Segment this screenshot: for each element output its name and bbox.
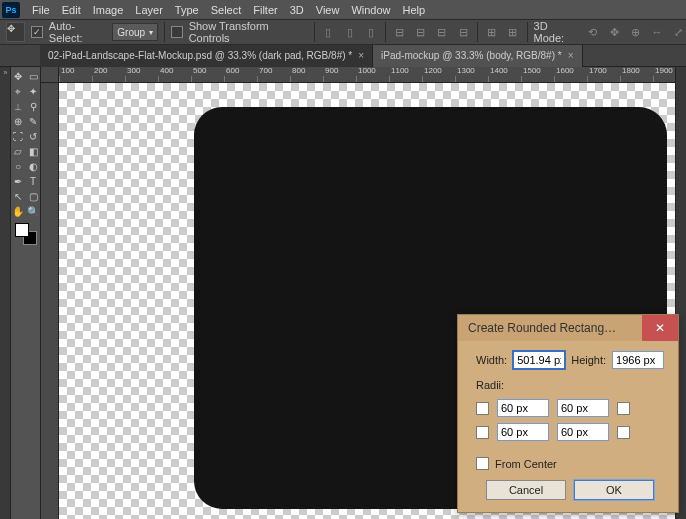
- pen-tool-icon[interactable]: ✒: [11, 175, 25, 189]
- menu-image[interactable]: Image: [87, 2, 130, 18]
- toolbox: ✥▭ ⌖✦ ⟂⚲ ⊕✎ ⛶↺ ▱◧ ○◐ ✒T ↖▢ ✋🔍: [11, 67, 41, 519]
- move-tool-icon[interactable]: ✥: [11, 70, 25, 84]
- history-brush-icon[interactable]: ↺: [26, 130, 40, 144]
- ruler-tick: 600: [224, 76, 257, 82]
- 3d-orbit-icon[interactable]: ⟲: [585, 24, 600, 40]
- move-tool-icon[interactable]: ✥: [6, 22, 25, 42]
- dodge-tool-icon[interactable]: ◐: [26, 160, 40, 174]
- radius-bl-input[interactable]: [497, 423, 549, 441]
- radius-tr-checkbox[interactable]: [617, 402, 630, 415]
- 3d-roll-icon[interactable]: ✥: [607, 24, 622, 40]
- menu-type[interactable]: Type: [169, 2, 205, 18]
- close-icon[interactable]: ✕: [642, 315, 678, 341]
- menu-edit[interactable]: Edit: [56, 2, 87, 18]
- height-input[interactable]: [612, 351, 664, 369]
- menu-filter[interactable]: Filter: [247, 2, 283, 18]
- dialog-titlebar[interactable]: Create Rounded Rectang… ✕: [458, 315, 678, 341]
- document-tab[interactable]: 02-iPad-Landscape-Flat-Mockup.psd @ 33.3…: [40, 45, 373, 67]
- wand-tool-icon[interactable]: ✦: [26, 85, 40, 99]
- align-icon[interactable]: ▯: [321, 24, 336, 40]
- hand-tool-icon[interactable]: ✋: [11, 205, 25, 219]
- from-center-checkbox[interactable]: [476, 457, 489, 470]
- zoom-tool-icon[interactable]: 🔍: [26, 205, 40, 219]
- ruler-tick: 1200: [422, 76, 455, 82]
- stamp-tool-icon[interactable]: ⛶: [11, 130, 25, 144]
- align-icon[interactable]: ▯: [342, 24, 357, 40]
- ruler-tick: 500: [191, 76, 224, 82]
- radius-tl-input[interactable]: [497, 399, 549, 417]
- menu-view[interactable]: View: [310, 2, 346, 18]
- ruler-corner: [41, 67, 59, 83]
- 3d-scale-icon[interactable]: ⤢: [671, 24, 686, 40]
- radius-br-checkbox[interactable]: [617, 426, 630, 439]
- ruler-tick: 1600: [554, 76, 587, 82]
- width-input[interactable]: [513, 351, 565, 369]
- eraser-tool-icon[interactable]: ▱: [11, 145, 25, 159]
- blur-tool-icon[interactable]: ○: [11, 160, 25, 174]
- app-logo: Ps: [2, 2, 20, 18]
- menu-layer[interactable]: Layer: [129, 2, 169, 18]
- eyedropper-tool-icon[interactable]: ⚲: [26, 100, 40, 114]
- distribute-icon[interactable]: ⊟: [456, 24, 471, 40]
- document-tabs: 02-iPad-Landscape-Flat-Mockup.psd @ 33.3…: [0, 45, 686, 67]
- radius-tl-checkbox[interactable]: [476, 402, 489, 415]
- menu-window[interactable]: Window: [345, 2, 396, 18]
- distribute-icon[interactable]: ⊟: [413, 24, 428, 40]
- distribute-icon[interactable]: ⊞: [484, 24, 499, 40]
- auto-select-checkbox[interactable]: ✓: [31, 26, 43, 38]
- ruler-tick: 700: [257, 76, 290, 82]
- ruler-tick: 300: [125, 76, 158, 82]
- ruler-tick: 1800: [620, 76, 653, 82]
- ruler-tick: 1100: [389, 76, 422, 82]
- from-center-label: From Center: [495, 458, 557, 470]
- options-divider: [164, 22, 165, 42]
- shape-tool-icon[interactable]: ▢: [26, 190, 40, 204]
- options-divider: [314, 22, 315, 42]
- tab-label: 02-iPad-Landscape-Flat-Mockup.psd @ 33.3…: [48, 50, 352, 61]
- heal-tool-icon[interactable]: ⊕: [11, 115, 25, 129]
- cancel-button[interactable]: Cancel: [486, 480, 566, 500]
- 3d-pan-icon[interactable]: ⊕: [628, 24, 643, 40]
- ruler-tick: 900: [323, 76, 356, 82]
- menu-help[interactable]: Help: [397, 2, 432, 18]
- document-tab[interactable]: iPad-mockup @ 33.3% (body, RGB/8#) *×: [373, 45, 582, 67]
- gradient-tool-icon[interactable]: ◧: [26, 145, 40, 159]
- menubar: Ps FileEditImageLayerTypeSelectFilter3DV…: [0, 0, 686, 19]
- menu-3d[interactable]: 3D: [284, 2, 310, 18]
- menu-select[interactable]: Select: [205, 2, 248, 18]
- left-panel-collapsed[interactable]: »: [0, 67, 11, 519]
- show-transform-label: Show Transform Controls: [189, 20, 308, 44]
- type-tool-icon[interactable]: T: [26, 175, 40, 189]
- options-divider: [385, 22, 386, 42]
- 3d-slide-icon[interactable]: ↔: [649, 24, 664, 40]
- ruler-tick: 400: [158, 76, 191, 82]
- crop-tool-icon[interactable]: ⟂: [11, 100, 25, 114]
- menu-file[interactable]: File: [26, 2, 56, 18]
- radius-bl-checkbox[interactable]: [476, 426, 489, 439]
- color-swatches[interactable]: [15, 223, 37, 245]
- distribute-icon[interactable]: ⊞: [505, 24, 520, 40]
- brush-tool-icon[interactable]: ✎: [26, 115, 40, 129]
- radius-tr-input[interactable]: [557, 399, 609, 417]
- create-rounded-rectangle-dialog: Create Rounded Rectang… ✕ Width: Height:…: [457, 314, 679, 513]
- options-bar: ✥ ✓ Auto-Select: Group Show Transform Co…: [0, 19, 686, 45]
- horizontal-ruler: 1002003004005006007008009001000110012001…: [59, 67, 675, 83]
- align-icon[interactable]: ▯: [363, 24, 378, 40]
- path-tool-icon[interactable]: ↖: [11, 190, 25, 204]
- close-icon[interactable]: ×: [358, 50, 364, 61]
- dialog-title: Create Rounded Rectang…: [468, 321, 642, 335]
- options-divider: [477, 22, 478, 42]
- marquee-tool-icon[interactable]: ▭: [26, 70, 40, 84]
- close-icon[interactable]: ×: [568, 50, 574, 61]
- auto-select-dropdown[interactable]: Group: [112, 23, 158, 41]
- ruler-tick: 1900: [653, 76, 675, 82]
- show-transform-checkbox[interactable]: [171, 26, 183, 38]
- height-label: Height:: [571, 354, 606, 366]
- distribute-icon[interactable]: ⊟: [434, 24, 449, 40]
- distribute-icon[interactable]: ⊟: [392, 24, 407, 40]
- radius-br-input[interactable]: [557, 423, 609, 441]
- foreground-color-swatch[interactable]: [15, 223, 29, 237]
- lasso-tool-icon[interactable]: ⌖: [11, 85, 25, 99]
- ok-button[interactable]: OK: [574, 480, 654, 500]
- vertical-ruler: [41, 83, 59, 519]
